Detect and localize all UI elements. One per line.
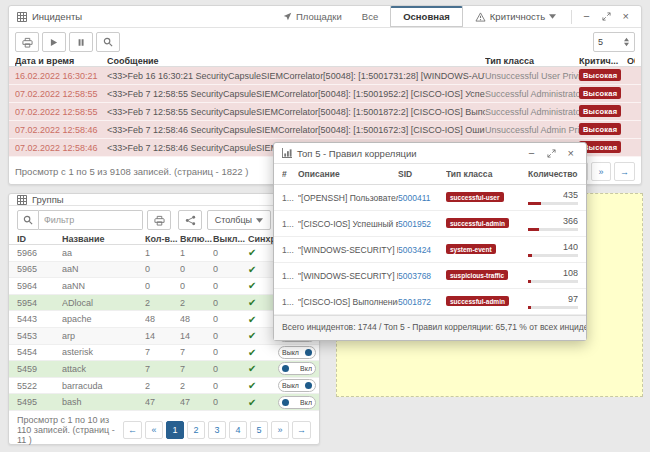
group-disabled: 0 [213,248,248,258]
group-disabled: 0 [213,298,248,308]
criticality-dropdown[interactable]: Критичность [467,11,564,22]
print-button[interactable] [147,210,171,230]
page-last-button[interactable]: → [614,162,635,181]
page-button[interactable]: 1 [166,421,184,439]
incident-row[interactable]: 07.02.2022 12:58:46 <33>Feb 7 12:58:46 S… [9,121,641,139]
incident-type-class: Unsuccessful User Privilege... [485,71,579,81]
top5-row[interactable]: 1... "[CISCO-IOS] Выполнение кома... 500… [274,289,586,315]
top5-row[interactable]: 1... "[CISCO-IOS] Успешный вход" 5001952… [274,211,586,237]
top5-row[interactable]: 1... "[WINDOWS-SECURITY] Настро... 50034… [274,237,586,263]
type-class-badge: suspicious-traffic [446,270,508,280]
group-row[interactable]: 5495 bash 47 47 0 Вкл [9,394,319,411]
page-button[interactable]: 5 [250,421,268,439]
group-toggle[interactable]: Выкл [278,346,316,359]
groups-pagination: ← « 1 2 3 4 5 » → [123,421,311,439]
sid-link[interactable]: 5000411 [398,193,446,203]
incident-datetime[interactable]: 07.02.2022 12:58:55 [15,107,107,117]
group-enabled: 47 [180,397,213,407]
expand-button[interactable] [543,149,560,158]
criticality-badge: Высокая [579,105,621,117]
page-next-button[interactable]: » [591,162,611,181]
group-enabled: 0 [180,281,213,291]
tab-all[interactable]: Все [354,11,386,22]
incident-row[interactable]: 16.02.2022 16:30:21 <33>Feb 16 16:30:21 … [9,67,641,85]
incident-datetime[interactable]: 07.02.2022 12:58:55 [15,89,107,99]
criticality-badge: Высокая [579,87,621,99]
top5-row[interactable]: 1... "[WINDOWS-SECURITY] Полити... 50037… [274,263,586,289]
incident-row[interactable]: 07.02.2022 12:58:55 <33>Feb 7 12:58:55 S… [9,103,641,121]
page-next-button[interactable]: » [271,421,289,439]
groups-record-summary: Просмотр с 1 по 10 из 110 записей. (стра… [17,415,123,445]
col-name[interactable]: Название [62,234,145,244]
sid-link[interactable]: 5003768 [398,271,446,281]
col-count[interactable]: Кол-в... [145,234,180,244]
group-toggle[interactable]: Вкл [278,396,316,409]
print-button[interactable] [15,32,39,52]
col-disabled[interactable]: Выкл... [213,234,248,244]
page-last-button[interactable]: → [292,421,311,439]
group-toggle[interactable]: Вкл [278,362,316,375]
toggle-dot-icon [282,365,289,372]
expand-button[interactable] [598,12,615,21]
share-button[interactable] [178,210,202,230]
play-icon [50,38,58,47]
col-processed[interactable]: Обр... [627,56,635,66]
filter-search-button[interactable] [17,210,39,230]
close-icon[interactable]: × [564,148,578,159]
top5-row[interactable]: 1... "[OPENSSH] Пользователь вош... 5000… [274,185,586,211]
collapse-button[interactable]: − [524,148,538,159]
sid-link[interactable]: 5001952 [398,219,446,229]
collapse-button[interactable]: − [579,11,593,22]
page-button[interactable]: 3 [208,421,226,439]
col-number[interactable]: # [282,169,298,179]
page-size-stepper[interactable]: 5 [593,32,635,52]
top5-table-header: # Описание SID Тип класса Количество сра… [274,164,586,185]
col-sid[interactable]: SID [398,169,446,179]
page-button[interactable]: 2 [187,421,205,439]
filter-input[interactable] [39,210,143,230]
group-disabled: 0 [213,347,248,357]
page-first-button[interactable]: ← [123,421,142,439]
col-criticality[interactable]: Критич... [579,56,627,66]
group-toggle[interactable]: Выкл [278,379,316,392]
incident-datetime[interactable]: 16.02.2022 16:30:21 [15,71,107,81]
col-type-class[interactable]: Тип класса [446,169,528,179]
count-bar [528,228,578,231]
play-button[interactable] [42,32,66,52]
col-count[interactable]: Количество сра... [528,169,578,179]
rule-number: 1... [282,245,298,255]
group-id: 5954 [17,298,62,308]
col-description[interactable]: Описание [298,169,398,179]
tab-main[interactable]: Основная [390,6,463,27]
group-id: 5454 [17,347,62,357]
incident-datetime[interactable]: 07.02.2022 12:58:46 [15,143,107,153]
col-type-class[interactable]: Тип класса [485,56,579,66]
incident-datetime[interactable]: 07.02.2022 12:58:46 [15,125,107,135]
group-row[interactable]: 5459 attack 7 7 0 Вкл [9,361,319,378]
group-name: arp [62,331,145,341]
group-id: 5453 [17,331,62,341]
page-prev-button[interactable]: « [145,421,163,439]
close-icon[interactable]: × [619,11,633,22]
rule-description: "[CISCO-IOS] Выполнение кома... [298,297,398,307]
group-row[interactable]: 5454 asterisk 7 7 0 Выкл [9,345,319,362]
sid-link[interactable]: 5003424 [398,245,446,255]
columns-dropdown[interactable]: Столбцы [207,210,271,230]
group-row[interactable]: 5522 barracuda 2 2 0 Выкл [9,378,319,395]
col-message[interactable]: Сообщение [107,56,485,66]
incident-type-class: Unsuccessful Admin Privile... [485,125,579,135]
page-button[interactable]: 4 [229,421,247,439]
group-count: 0 [145,264,180,274]
sites-button[interactable]: Площадки [275,11,350,22]
incident-row[interactable]: 07.02.2022 12:58:55 <33>Feb 7 12:58:55 S… [9,85,641,103]
search-button[interactable] [96,32,120,52]
col-enabled[interactable]: Вклю... [180,234,213,244]
col-id[interactable]: ID [17,234,62,244]
incidents-title: Инциденты [17,11,82,22]
col-datetime[interactable]: Дата и время [15,56,107,66]
sid-link[interactable]: 5001872 [398,297,446,307]
group-id: 5965 [17,264,62,274]
table-grid-icon [17,195,27,205]
group-enabled: 14 [180,331,213,341]
pause-button[interactable] [69,32,93,52]
